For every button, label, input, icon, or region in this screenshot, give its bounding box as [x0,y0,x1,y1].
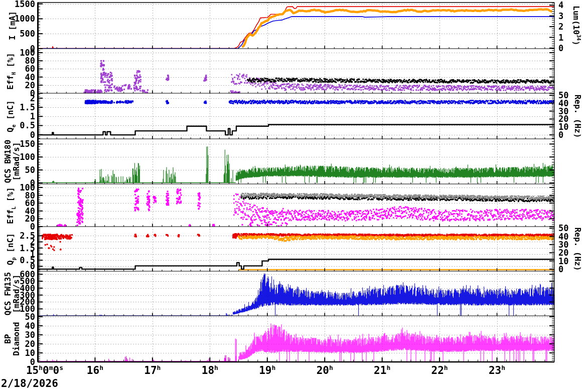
label-part: Lum(10 [571,6,581,35]
label-line: Diamond [12,322,21,355]
right-tick-label-q-e: 50 [558,90,568,100]
label-part: h [271,364,275,371]
label-part: h [39,364,43,371]
y-tick-label-eff-l: 100 [20,182,35,192]
label-line: Rep. (Hz) [573,94,582,138]
y-tick-label-beam-current: 1500 [15,0,35,9]
label-part: [nC] [6,100,15,124]
right-tick-label-q-p: 50 [558,223,568,233]
axis-title-q-p: Qp [nC] [6,233,18,265]
axis-title-q-e: Qe [nC] [6,100,18,132]
axis-title-qcs-bw180: QCS BW180[mRad/s] [4,140,21,183]
label-part: Eff [6,75,15,89]
label-line: BP [4,322,12,355]
label-part: 18 [202,364,214,376]
label-line: Rep. (Hz) [573,227,582,271]
y-tick-label-bp-diamond: 40 [25,321,35,331]
label-part: 16 [87,364,99,376]
x-tick-label: 17h [144,364,161,376]
right-tick-label-beam-current: 0 [558,43,563,53]
label-part: Q [6,127,15,132]
y-tick-label-beam-current: 1000 [15,14,35,24]
right-tick-label-beam-current: 4 [558,0,563,10]
label-part: s [59,364,63,371]
right-tick-label-beam-current: 2 [558,22,563,32]
y-tick-label-q-e: 0.5 [20,120,35,130]
accelerator-strip-chart: I [mA]050010001500Lum(1034)01234EffH [%]… [0,0,588,392]
label-line: QCS BW180 [4,140,12,183]
y-tick-label-eff-h: 100 [20,48,35,58]
label-part: h [444,364,448,371]
x-tick-label: 21h [374,364,390,376]
y-tick-label-qcs-bw180: 50 [25,165,35,175]
right-axis-title-beam-current: Lum(1034) [572,6,582,45]
label-line: EffH [%] [6,53,18,89]
y-tick-label-bp-diamond: 20 [25,339,35,349]
label-part: h [386,364,390,371]
x-tick-label: 22h [431,364,448,376]
label-part: m [49,364,53,371]
y-tick-label-qcs-fw135: 600 [20,269,35,279]
y-tick-label-q-e: 2 [30,93,35,103]
x-tick-label: 23h [489,364,505,376]
label-part: L [11,206,17,209]
axis-title-bp-diamond: BPDiamond [4,322,21,355]
label-part: p [11,257,17,260]
label-line: EffL [%] [6,187,18,224]
y-tick-label-bp-diamond: 30 [25,330,35,340]
label-part: Rep. (Hz) [573,94,582,138]
y-tick-label-q-p: 2.5 [20,231,35,241]
axis-title-eff-l: EffL [%] [6,187,18,224]
y-tick-label-q-e: 0 [30,130,35,140]
label-part: H [11,72,17,75]
label-part: 34 [576,35,581,41]
x-tick-label: 18h [202,364,218,376]
date-label: 2/18/2026 [1,377,58,389]
right-tick-label-beam-current: 1 [558,33,563,43]
label-line: Qp [nC] [6,233,18,265]
label-part: h [501,364,505,371]
label-part: 15 [26,364,39,376]
label-part: Q [6,260,15,265]
label-part: [%] [6,53,15,72]
axis-title-qcs-fw135: QCS FW135[mRad/s] [4,272,21,315]
label-line: Qe [nC] [6,100,18,132]
y-tick-label-bp-diamond: 50 [25,312,35,322]
y-tick-label-beam-current: 500 [20,29,35,39]
x-tick-label: 20h [317,364,333,376]
x-tick-label: 16h [87,364,103,376]
right-tick-label-beam-current: 3 [558,11,563,21]
axis-title-eff-h: EffH [%] [6,53,18,89]
label-part: 0 [53,364,60,376]
label-line: QCS FW135 [4,272,12,315]
label-part: 17 [144,364,157,376]
label-part: 0 [43,364,49,376]
label-part: Diamond [12,322,21,355]
y-tick-label-bp-diamond: 10 [25,348,35,358]
label-part: ) [571,41,581,46]
x-tick-label: 19h [259,364,275,376]
right-axis-title-q-e: Rep. (Hz) [573,94,582,138]
label-part: e [11,124,17,127]
y-tick-label-q-e: 1 [30,111,35,121]
label-part: 20 [317,364,329,376]
label-line: Lum(1034) [572,6,582,45]
plot-canvas [0,0,588,392]
label-part: 19 [259,364,271,376]
y-tick-label-qcs-bw180: 150 [20,139,35,149]
label-part: h [157,364,161,371]
label-part: [%] [6,187,15,207]
label-part: h [214,364,218,371]
label-part: Rep. (Hz) [573,227,582,271]
x-tick-label: 15h0m0s [26,364,63,376]
label-part: [nC] [6,233,15,257]
label-part: 22 [431,364,444,376]
label-part: 23 [489,364,501,376]
y-tick-label-qcs-bw180: 100 [20,152,35,162]
right-axis-title-q-p: Rep. (Hz) [573,227,582,271]
y-tick-label-q-e: 1.5 [20,102,35,112]
label-part: h [329,364,333,371]
label-part: Eff [6,209,15,224]
label-part: 21 [374,364,386,376]
label-part: h [99,364,103,371]
